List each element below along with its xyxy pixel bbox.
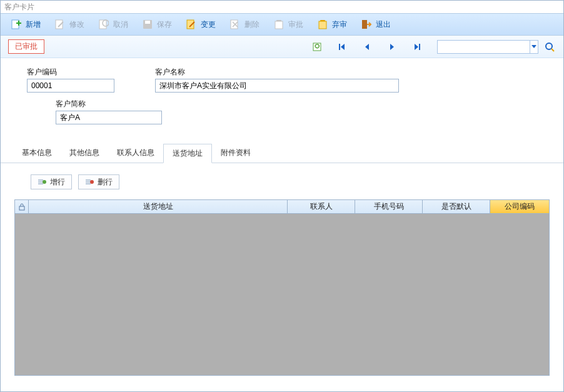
grid-header: 送货地址 联系人 手机号码 是否默认 公司编码 [15,200,549,214]
record-navigator [312,42,422,52]
nav-first-icon[interactable] [337,42,347,52]
svg-rect-6 [231,20,238,29]
tab-basic[interactable]: 基本信息 [13,144,61,163]
del-row-button[interactable]: 删行 [78,174,119,189]
edit-icon [54,19,66,30]
grid-col-default[interactable]: 是否默认 [423,200,490,213]
row-button-label: 增行 [50,177,65,188]
exit-icon [361,19,372,30]
add-row-icon [38,178,46,186]
search-dropdown-button[interactable] [530,40,538,54]
svg-rect-10 [319,21,326,29]
grid-body[interactable] [15,214,549,375]
approve-button[interactable]: 审批 [268,16,308,33]
cancel-icon [98,19,109,30]
nav-prev-icon[interactable] [362,42,372,52]
status-badge: 已审批 [8,39,44,54]
toolbar-label: 变更 [201,19,216,30]
customer-name-input[interactable] [155,79,399,93]
nav-last-icon[interactable] [412,42,422,52]
svg-point-15 [90,180,94,184]
search-icon[interactable] [545,42,556,52]
tab-contacts[interactable]: 联系人信息 [108,144,163,163]
refresh-icon[interactable] [312,42,322,52]
shipping-grid: 送货地址 联系人 手机号码 是否默认 公司编码 [14,199,550,376]
save-button[interactable]: 保存 [137,16,177,33]
exit-button[interactable]: 退出 [356,16,396,33]
customer-name-field: 客户名称 [155,67,423,93]
form-area: 客户编码 客户名称 客户简称 [1,58,563,134]
shipping-tab-body: 增行 删行 送货地址 联系人 手机号码 是否默认 公司编码 [1,163,563,384]
grid-col-lock[interactable] [15,200,29,213]
save-icon [142,19,153,30]
grid-col-contact[interactable]: 联系人 [288,200,355,213]
reject-icon [317,19,328,30]
add-icon [11,19,22,30]
approve-icon [273,19,285,30]
sub-toolbar: 已审批 [1,36,563,58]
grid-col-company[interactable]: 公司编码 [490,200,549,213]
add-button[interactable]: 新增 [6,16,46,33]
customer-code-field: 客户编码 [27,67,155,93]
customer-short-label: 客户简称 [56,99,168,109]
change-icon [186,19,197,30]
toolbar-label: 修改 [69,19,84,30]
svg-rect-8 [275,21,283,29]
customer-name-label: 客户名称 [155,67,423,78]
change-button[interactable]: 变更 [181,16,221,33]
grid-col-address[interactable]: 送货地址 [29,200,288,213]
reject-button[interactable]: 弃审 [312,16,352,33]
add-row-button[interactable]: 增行 [31,174,72,189]
svg-rect-0 [12,20,19,29]
row-actions: 增行 删行 [31,174,551,189]
svg-point-13 [546,43,552,49]
customer-code-input[interactable] [27,79,114,93]
window: 客户卡片 新增 修改 取消 保存 [0,0,564,392]
svg-rect-4 [145,21,150,24]
lock-icon [19,203,25,211]
toolbar-label: 审批 [288,19,303,30]
toolbar-label: 保存 [157,19,172,30]
toolbar-label: 新增 [26,19,41,30]
nav-next-icon[interactable] [387,42,397,52]
window-title: 客户卡片 [1,1,563,13]
tab-attachments[interactable]: 附件资料 [212,144,259,163]
customer-code-label: 客户编码 [27,67,155,78]
customer-short-input[interactable] [56,111,162,124]
toolbar-label: 退出 [376,19,391,30]
del-row-icon [85,178,94,186]
row-button-label: 删行 [98,177,113,188]
tabs: 基本信息 其他信息 联系人信息 送货地址 附件资料 [1,143,563,163]
toolbar-label: 取消 [113,19,128,30]
main-toolbar: 新增 修改 取消 保存 变更 [1,13,563,36]
delete-icon [229,19,241,30]
toolbar-label: 弃审 [332,19,347,30]
svg-rect-16 [19,206,24,210]
delete-button[interactable]: 删除 [224,16,264,33]
grid-col-phone[interactable]: 手机号码 [355,200,423,213]
tab-shipping[interactable]: 送货地址 [163,144,212,163]
tab-other[interactable]: 其他信息 [61,144,108,163]
search-box [437,40,538,54]
svg-rect-11 [362,20,367,29]
cancel-button[interactable]: 取消 [93,16,133,33]
svg-point-14 [43,180,46,184]
customer-short-field: 客户简称 [56,99,168,124]
edit-button[interactable]: 修改 [49,16,89,33]
search-input[interactable] [437,40,530,54]
toolbar-label: 删除 [244,19,259,30]
